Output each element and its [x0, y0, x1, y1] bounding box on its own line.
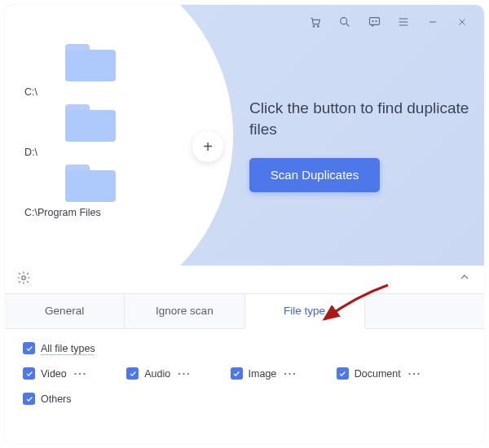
check-icon	[126, 367, 139, 380]
app-window: C:\ D:\ C:\Program Files Click the butto…	[5, 5, 484, 443]
checkbox-audio[interactable]: Audio ···	[126, 367, 191, 380]
file-type-filters: All file types Video ··· Audio ··· Image…	[5, 329, 484, 405]
menu-icon[interactable]	[396, 15, 411, 29]
drive-item[interactable]: C:\	[24, 44, 192, 98]
more-icon[interactable]: ···	[74, 368, 87, 380]
checkbox-all-file-types[interactable]: All file types	[23, 342, 95, 354]
gear-icon[interactable]	[16, 270, 31, 288]
svg-point-1	[317, 25, 319, 27]
cart-icon[interactable]	[308, 15, 323, 29]
titlebar	[5, 10, 478, 29]
more-icon[interactable]: ···	[408, 368, 421, 380]
check-icon	[231, 367, 243, 380]
feedback-icon[interactable]	[367, 15, 381, 29]
checkbox-others[interactable]: Others	[23, 393, 72, 405]
search-icon[interactable]	[337, 15, 352, 29]
checkbox-label: Video	[41, 368, 67, 380]
chevron-up-icon[interactable]	[458, 270, 471, 286]
folder-icon	[65, 104, 116, 142]
tab-empty	[365, 294, 484, 328]
checkbox-label: Audio	[144, 368, 170, 380]
drive-label: D:\	[24, 147, 37, 158]
drive-item[interactable]: D:\	[24, 104, 192, 158]
check-icon	[23, 393, 35, 405]
svg-rect-3	[369, 18, 379, 25]
tab-general[interactable]: General	[5, 294, 125, 328]
svg-point-2	[341, 18, 347, 24]
checkbox-label: Image	[249, 368, 277, 380]
more-icon[interactable]: ···	[284, 368, 297, 380]
more-icon[interactable]: ···	[178, 368, 191, 380]
svg-point-0	[313, 25, 315, 27]
checkbox-label: Document	[355, 368, 401, 380]
tab-file-type[interactable]: File type	[245, 294, 365, 329]
cta-heading: Click the button to find duplicate files	[249, 98, 478, 139]
svg-point-6	[22, 276, 26, 280]
scan-pane: C:\ D:\ C:\Program Files Click the butto…	[5, 5, 484, 266]
checkbox-video[interactable]: Video ···	[23, 367, 87, 380]
svg-point-4	[372, 20, 372, 21]
drive-label: C:\Program Files	[24, 207, 101, 218]
tab-ignore-scan[interactable]: Ignore scan	[125, 294, 244, 328]
svg-point-5	[375, 20, 376, 21]
scan-duplicates-button[interactable]: Scan Duplicates	[249, 158, 380, 192]
check-icon	[23, 367, 35, 380]
folder-icon	[65, 165, 116, 202]
check-icon	[337, 367, 349, 380]
checkbox-label: Others	[41, 393, 72, 405]
drive-item[interactable]: C:\Program Files	[24, 165, 192, 218]
close-icon[interactable]	[455, 15, 469, 29]
drive-label: C:\	[24, 86, 37, 98]
plus-icon: +	[203, 138, 213, 156]
checkbox-document[interactable]: Document ···	[337, 367, 421, 380]
checkbox-label: All file types	[41, 343, 95, 354]
cta-column: Click the button to find duplicate files…	[192, 29, 478, 261]
top-content: C:\ D:\ C:\Program Files Click the butto…	[5, 29, 478, 261]
folder-icon	[65, 44, 116, 81]
filter-tabs: General Ignore scan File type	[5, 293, 484, 329]
check-icon	[23, 342, 35, 354]
add-location-button[interactable]: +	[192, 131, 223, 162]
checkbox-image[interactable]: Image ···	[231, 367, 297, 380]
minimize-icon[interactable]	[425, 15, 440, 29]
drives-column: C:\ D:\ C:\Program Files	[5, 29, 192, 261]
